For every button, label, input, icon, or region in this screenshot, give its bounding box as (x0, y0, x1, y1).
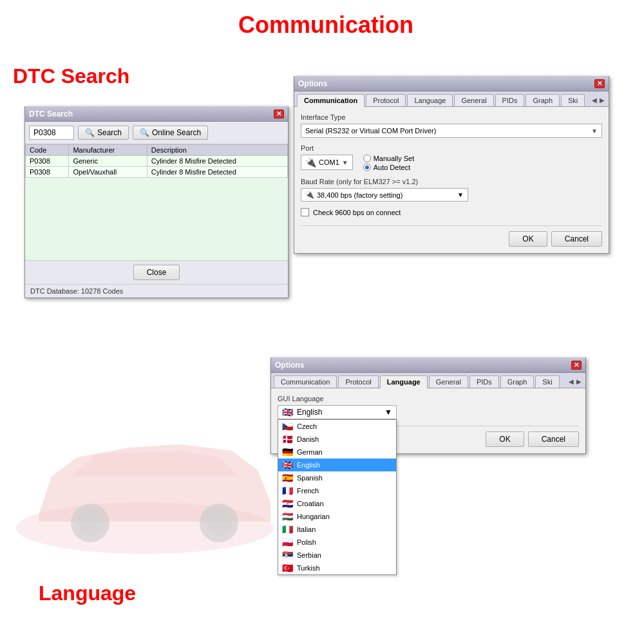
baud-rate-group: Baud Rate (only for ELM327 >= v1.2) 🔌 38… (301, 178, 602, 202)
language-dropdown-wrapper: 🇬🇧 English ▼ 🇨🇿 Czech 🇩🇰 Danish 🇩🇪 (278, 405, 579, 419)
options-lang-tab-bar: Communication Protocol Language General … (271, 373, 585, 388)
tab-arrow-right[interactable]: ▶ (598, 97, 606, 104)
interface-type-select[interactable]: Serial (RS232 or Virtual COM Port Driver… (301, 124, 602, 138)
selected-lang-name: English (297, 408, 322, 417)
col-description: Description (147, 145, 287, 156)
lang-item-serbian[interactable]: 🇷🇸 Serbian (278, 549, 396, 562)
tab-lang-communication[interactable]: Communication (274, 375, 337, 388)
svg-point-4 (206, 510, 232, 536)
options-comm-title: Options (298, 79, 327, 88)
options-comm-button-row: OK Cancel (301, 225, 602, 247)
lang-item-spanish[interactable]: 🇪🇸 Spanish (278, 471, 396, 484)
communication-label: Communication (238, 12, 413, 39)
auto-detect-dot (363, 164, 371, 171)
options-language-window: Options ✕ Communication Protocol Languag… (270, 357, 586, 454)
manually-set-dot (363, 155, 371, 162)
lang-name-italian: Italian (297, 526, 316, 533)
interface-type-group: Interface Type Serial (RS232 or Virtual … (301, 113, 602, 138)
flag-german: 🇩🇪 (282, 448, 293, 457)
port-select[interactable]: 🔌 COM1 ▼ (301, 155, 353, 170)
lang-item-danish[interactable]: 🇩🇰 Danish (278, 433, 396, 446)
manually-set-label: Manually Set (374, 155, 415, 162)
online-search-icon: 🔍 (140, 128, 149, 137)
tab-language[interactable]: Language (407, 94, 453, 106)
tab-lang-arrow-right[interactable]: ▶ (575, 378, 583, 385)
language-select-display[interactable]: 🇬🇧 English ▼ (278, 405, 397, 419)
dtc-close-button[interactable]: Close (133, 265, 180, 280)
tab-lang-pids[interactable]: PIDs (469, 375, 499, 388)
lang-item-hungarian[interactable]: 🇭🇺 Hungarian (278, 510, 396, 523)
tab-lang-ski[interactable]: Ski (535, 375, 559, 388)
tab-lang-protocol[interactable]: Protocol (338, 375, 378, 388)
flag-turkish: 🇹🇷 (282, 564, 293, 573)
lang-name-serbian: Serbian (297, 551, 321, 559)
flag-croatian: 🇭🇷 (282, 499, 293, 508)
options-comm-tab-bar: Communication Protocol Language General … (294, 91, 609, 107)
manually-set-radio[interactable]: Manually Set (363, 155, 415, 162)
gui-language-group: GUI Language 🇬🇧 English ▼ 🇨🇿 Czech 🇩🇰 Da… (278, 395, 579, 419)
tab-pids[interactable]: PIDs (495, 94, 525, 106)
options-comm-close-button[interactable]: ✕ (594, 79, 605, 88)
lang-item-czech[interactable]: 🇨🇿 Czech (278, 420, 396, 433)
tab-lang-arrow-left[interactable]: ◀ (567, 378, 575, 385)
auto-detect-radio[interactable]: Auto Detect (363, 164, 415, 171)
dtc-code-input[interactable] (29, 126, 74, 140)
flag-polish: 🇵🇱 (282, 538, 293, 547)
dtc-table-wrapper: Code Manufacturer Description P0308 Gene… (25, 144, 288, 260)
cell-description: Cylinder 8 Misfire Detected (147, 167, 287, 178)
options-lang-close-button[interactable]: ✕ (571, 361, 582, 370)
language-label: Language (39, 582, 136, 605)
cell-manufacturer: Opel/Vauxhall (69, 167, 147, 178)
options-comm-titlebar: Options ✕ (294, 76, 609, 91)
options-lang-titlebar: Options ✕ (271, 357, 585, 373)
tab-general[interactable]: General (454, 94, 493, 106)
tab-lang-graph[interactable]: Graph (500, 375, 535, 388)
tab-arrow-left[interactable]: ◀ (591, 97, 598, 104)
dtc-search-button[interactable]: 🔍 Search (78, 126, 129, 140)
check-9600-checkbox[interactable] (301, 208, 309, 216)
options-lang-ok-button[interactable]: OK (486, 431, 524, 447)
port-arrow: ▼ (342, 159, 348, 166)
options-comm-content: Interface Type Serial (RS232 or Virtual … (294, 107, 609, 253)
lang-name-hungarian: Hungarian (297, 513, 330, 520)
baud-icon: 🔌 (305, 191, 314, 199)
port-row: 🔌 COM1 ▼ Manually Set Auto Detect (301, 155, 602, 171)
tab-lang-language[interactable]: Language (380, 375, 428, 388)
lang-name-english: English (297, 461, 320, 469)
table-row: P0308 Opel/Vauxhall Cylinder 8 Misfire D… (26, 167, 288, 178)
options-comm-cancel-button[interactable]: Cancel (551, 231, 602, 247)
lang-item-german[interactable]: 🇩🇪 German (278, 446, 396, 459)
dtc-search-bar: 🔍 Search 🔍 Online Search (25, 122, 288, 144)
lang-item-croatian[interactable]: 🇭🇷 Croatian (278, 497, 396, 510)
tab-lang-general[interactable]: General (429, 375, 468, 388)
dtc-search-titlebar: DTC Search ✕ (25, 106, 288, 122)
selected-lang-flag: 🇬🇧 (282, 408, 293, 417)
tab-communication[interactable]: Communication (297, 94, 365, 107)
options-comm-ok-button[interactable]: OK (509, 231, 547, 247)
tab-ski[interactable]: Ski (561, 94, 585, 106)
baud-rate-arrow: ▼ (457, 191, 464, 198)
lang-item-turkish[interactable]: 🇹🇷 Turkish (278, 562, 396, 574)
port-icon: 🔌 (305, 157, 316, 167)
options-lang-cancel-button[interactable]: Cancel (528, 431, 579, 447)
flag-czech: 🇨🇿 (282, 422, 293, 431)
port-label: Port (301, 144, 602, 152)
dtc-online-search-button[interactable]: 🔍 Online Search (133, 126, 208, 140)
tab-graph[interactable]: Graph (526, 94, 560, 106)
flag-hungarian: 🇭🇺 (282, 512, 293, 521)
lang-item-french[interactable]: 🇫🇷 French (278, 484, 396, 497)
options-communication-window: Options ✕ Communication Protocol Languag… (294, 76, 609, 254)
lang-select-arrow: ▼ (384, 408, 392, 417)
check-9600-row: Check 9600 bps on connect (301, 208, 602, 216)
lang-item-english[interactable]: 🇬🇧 English (278, 459, 396, 471)
tab-protocol[interactable]: Protocol (366, 94, 406, 106)
cell-description: Cylinder 8 Misfire Detected (147, 156, 287, 167)
dtc-search-close-button[interactable]: ✕ (274, 109, 284, 118)
lang-item-italian[interactable]: 🇮🇹 Italian (278, 523, 396, 536)
port-radio-group: Manually Set Auto Detect (363, 155, 415, 171)
lang-name-czech: Czech (297, 422, 317, 430)
dtc-search-label: DTC Search (13, 64, 129, 88)
baud-rate-select[interactable]: 🔌 38,400 bps (factory setting) ▼ (301, 188, 468, 202)
language-dropdown-list: 🇨🇿 Czech 🇩🇰 Danish 🇩🇪 German 🇬🇧 English (278, 419, 397, 575)
lang-item-polish[interactable]: 🇵🇱 Polish (278, 536, 396, 549)
